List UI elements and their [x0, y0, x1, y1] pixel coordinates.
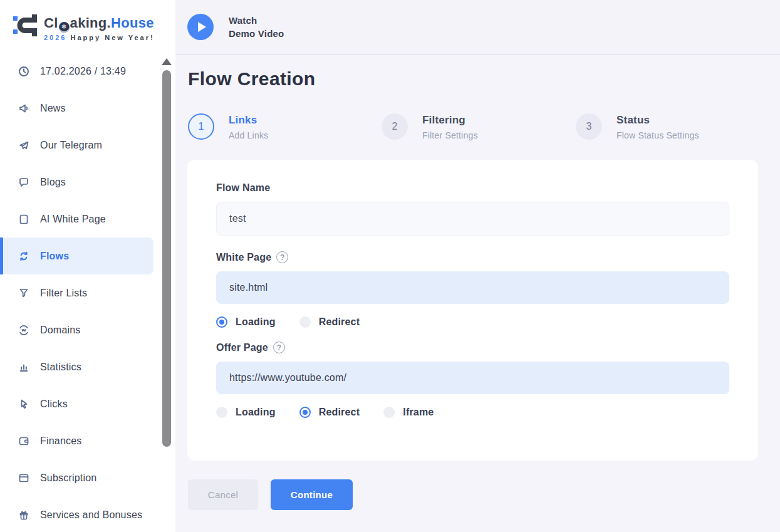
offer-page-label: Offer Page ?: [216, 342, 729, 353]
step-filtering[interactable]: 2 Filtering Filter Settings: [382, 113, 478, 140]
step-subtitle: Add Links: [229, 130, 268, 140]
brand-logo-icon: [10, 10, 39, 39]
brand-text: Cl❄aking.House 2026 Happy New Year!: [44, 10, 155, 41]
sidebar-item-label: Filter Lists: [40, 288, 87, 299]
offer-page-input[interactable]: [216, 362, 729, 394]
sidebar-item-label: Finances: [40, 436, 82, 447]
stepper: 1 Links Add Links 2 Filtering Filter Set…: [175, 113, 780, 142]
sidebar-item-clicks[interactable]: Clicks: [0, 385, 175, 422]
sidebar-item-subscription[interactable]: Subscription: [0, 459, 175, 496]
step-number: 3: [576, 113, 602, 140]
tagline-year: 2026: [44, 34, 66, 41]
megaphone-icon: [18, 102, 30, 115]
sidebar-item-label: Flows: [40, 251, 69, 262]
radio-icon[interactable]: [383, 407, 395, 418]
telegram-icon: [18, 139, 30, 152]
credit-card-icon: [18, 472, 30, 484]
sidebar-item-label: Clicks: [40, 399, 68, 410]
sidebar: Cl❄aking.House 2026 Happy New Year! 17.0…: [0, 0, 175, 532]
step-number: 1: [188, 113, 214, 140]
sidebar-scroll-up-arrow[interactable]: [162, 58, 172, 65]
sidebar-item-label: Our Telegram: [40, 140, 102, 151]
sidebar-item-label: Subscription: [40, 472, 96, 484]
white-page-label: White Page ?: [216, 251, 729, 263]
white-page-input[interactable]: [216, 271, 729, 304]
radio-white-loading[interactable]: Loading: [216, 316, 276, 328]
main-content: Flow Creation 1 Links Add Links 2 Filter…: [175, 55, 780, 532]
sidebar-item-label: Services and Bonuses: [40, 509, 142, 521]
flow-form-card: Flow Name White Page ? Loading Redirect …: [187, 160, 758, 461]
sidebar-item-filter-lists[interactable]: Filter Lists: [0, 274, 175, 311]
sidebar-item-label: News: [40, 103, 66, 114]
sidebar-item-label: Statistics: [40, 362, 81, 373]
step-links[interactable]: 1 Links Add Links: [188, 113, 268, 140]
step-number: 2: [382, 113, 408, 140]
help-icon[interactable]: ?: [276, 251, 288, 263]
sidebar-item-label: Domains: [40, 325, 81, 336]
watch-demo-video[interactable]: Watch Demo Video: [187, 14, 284, 40]
brand-part-2: aking.: [70, 15, 111, 31]
wallet-icon: [18, 435, 30, 447]
step-subtitle: Filter Settings: [422, 130, 478, 140]
sidebar-item-domains[interactable]: Domains: [0, 311, 175, 348]
sidebar-item-blogs[interactable]: Blogs: [0, 164, 175, 201]
sidebar-item-our-telegram[interactable]: Our Telegram: [0, 127, 175, 164]
step-title: Links: [229, 114, 268, 127]
sidebar-item-finances[interactable]: Finances: [0, 422, 175, 459]
cancel-button[interactable]: Cancel: [188, 479, 258, 510]
page-icon: [18, 213, 30, 226]
radio-icon[interactable]: [216, 407, 227, 418]
step-subtitle: Flow Status Settings: [616, 130, 699, 140]
step-title: Filtering: [422, 114, 478, 127]
step-status[interactable]: 3 Status Flow Status Settings: [576, 113, 699, 140]
form-actions: Cancel Continue: [188, 479, 353, 510]
radio-offer-redirect[interactable]: Redirect: [299, 407, 360, 418]
radio-offer-loading[interactable]: Loading: [216, 407, 276, 418]
radio-icon[interactable]: [299, 316, 311, 328]
page-title: Flow Creation: [188, 68, 316, 90]
sidebar-item-label: AI White Page: [40, 214, 106, 225]
sidebar-item-label: Blogs: [40, 177, 66, 188]
sidebar-datetime-label: 17.02.2026 / 13:49: [40, 66, 126, 77]
brand-accent: House: [111, 15, 154, 31]
flows-repeat-icon: [18, 250, 30, 263]
sidebar-menu: 17.02.2026 / 13:49 News Our Telegram Blo…: [0, 53, 175, 532]
sidebar-item-statistics[interactable]: Statistics: [0, 348, 175, 385]
gift-icon: [18, 509, 30, 521]
flow-name-label: Flow Name: [216, 182, 729, 194]
funnel-icon: [18, 287, 30, 300]
offer-page-mode-options: Loading Redirect Iframe: [216, 407, 729, 418]
sidebar-item-flows[interactable]: Flows: [0, 237, 153, 274]
radio-icon[interactable]: [299, 407, 311, 418]
brand-part-1: Cl: [44, 15, 58, 31]
step-title: Status: [616, 114, 699, 127]
cursor-icon: [18, 398, 30, 410]
top-header: Watch Demo Video: [175, 0, 780, 55]
brand-tagline: 2026 Happy New Year!: [44, 34, 155, 41]
sidebar-scrollbar-thumb[interactable]: [162, 70, 171, 447]
bar-chart-icon: [18, 361, 30, 373]
sidebar-datetime: 17.02.2026 / 13:49: [0, 53, 175, 90]
clock-icon: [18, 65, 30, 78]
chat-bubble-icon: [18, 176, 30, 189]
brand-logo[interactable]: Cl❄aking.House 2026 Happy New Year!: [0, 0, 175, 41]
sidebar-item-news[interactable]: News: [0, 90, 175, 127]
sidebar-item-services-and-bonuses[interactable]: Services and Bonuses: [0, 496, 175, 532]
watch-demo-video-label: Watch Demo Video: [229, 14, 284, 40]
globe-icon: [18, 324, 30, 336]
radio-icon[interactable]: [216, 316, 227, 328]
tagline-text: Happy New Year!: [71, 34, 155, 41]
radio-offer-iframe[interactable]: Iframe: [383, 407, 434, 418]
help-icon[interactable]: ?: [273, 342, 285, 353]
continue-button[interactable]: Continue: [271, 479, 353, 510]
snowflake-ornament-icon: ❄: [59, 22, 70, 33]
sidebar-item-ai-white-page[interactable]: AI White Page: [0, 201, 175, 237]
flow-name-input[interactable]: [216, 202, 729, 236]
play-icon[interactable]: [187, 14, 214, 40]
radio-white-redirect[interactable]: Redirect: [299, 316, 360, 328]
white-page-mode-options: Loading Redirect: [216, 316, 729, 328]
